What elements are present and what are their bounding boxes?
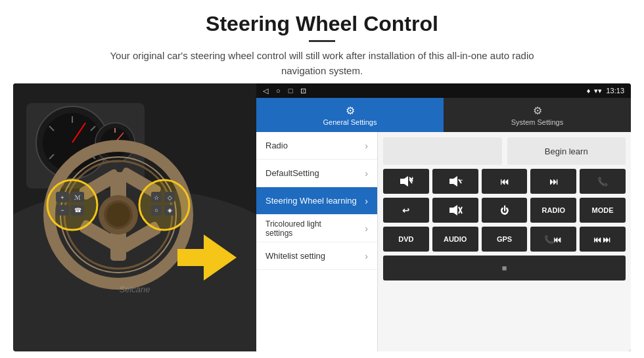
svg-text:+: + <box>411 175 413 182</box>
svg-text:⏮: ⏮ <box>553 235 561 244</box>
svg-text:📞: 📞 <box>544 235 554 244</box>
control-grid-row3: DVD AUDIO GPS 📞⏮ ⏮⏭ <box>383 227 626 252</box>
chevron-right-icon-4: › <box>365 223 368 234</box>
menu-item-steering[interactable]: Steering Wheel learning › <box>256 187 377 215</box>
menu-panel: Radio › DefaultSetting › Steering Wheel … <box>256 132 378 351</box>
android-device: ◁ ○ □ ⊡ ♦ ▾▾ 13:13 ⚙ General Settings <box>256 83 631 351</box>
svg-text:◇: ◇ <box>168 194 172 201</box>
svg-text:−: − <box>60 207 64 213</box>
prev-track-button[interactable]: ⏮ <box>482 169 528 194</box>
svg-marker-49 <box>400 176 408 187</box>
nav-back-icon[interactable]: ◁ <box>263 87 268 95</box>
status-bar: ◁ ○ □ ⊡ ♦ ▾▾ 13:13 <box>256 83 631 98</box>
begin-learn-row: Begin learn <box>383 137 626 165</box>
time-display: 13:13 <box>606 87 624 95</box>
location-icon: ♦ <box>587 87 591 95</box>
audio-button[interactable]: AUDIO <box>432 227 478 252</box>
svg-point-28 <box>106 203 130 227</box>
menu-tricolour-label: Tricoloured lightsettings <box>265 219 321 238</box>
phone-button[interactable]: 📞 <box>580 169 626 194</box>
general-settings-icon: ⚙ <box>346 104 355 117</box>
wifi-icon: ▾▾ <box>594 87 602 95</box>
mode-button[interactable]: MODE <box>580 198 626 223</box>
menu-item-whitelist[interactable]: Whitelist setting › <box>256 242 377 270</box>
svg-text:Seicane: Seicane <box>120 284 150 294</box>
page-container: Steering Wheel Control Your original car… <box>0 0 644 358</box>
gps-button[interactable]: GPS <box>482 227 528 252</box>
svg-point-29 <box>47 180 97 230</box>
right-panel: Begin learn + − ⏮ ⏭ 📞 <box>378 132 631 351</box>
menu-steering-label: Steering Wheel learning <box>265 196 357 206</box>
svg-text:⏭: ⏭ <box>603 235 610 244</box>
empty-slot <box>383 137 502 165</box>
power-button[interactable]: ⏻ <box>482 198 528 223</box>
chevron-right-icon: › <box>365 141 368 151</box>
phone-prev-button[interactable]: 📞⏮ <box>530 227 576 252</box>
svg-point-38 <box>139 180 189 230</box>
hang-up-button[interactable]: ↩ <box>383 198 429 223</box>
last-row: ≡ <box>383 256 626 280</box>
dvd-button[interactable]: DVD <box>383 227 429 252</box>
svg-text:−: − <box>459 177 463 183</box>
system-settings-icon: ⚙ <box>533 104 542 117</box>
content-area: ! <box>0 83 644 358</box>
tab-system[interactable]: ⚙ System Settings <box>444 98 631 132</box>
nav-home-icon[interactable]: ○ <box>276 87 281 95</box>
tab-system-label: System Settings <box>511 118 563 126</box>
vol-up-button[interactable]: + <box>383 169 429 194</box>
svg-text:☎: ☎ <box>74 207 81 213</box>
tab-general[interactable]: ⚙ General Settings <box>256 98 444 132</box>
menu-whitelist-label: Whitelist setting <box>265 251 325 261</box>
menu-item-radio[interactable]: Radio › <box>256 132 377 160</box>
tab-general-label: General Settings <box>323 118 377 126</box>
svg-text:☆: ☆ <box>154 194 159 201</box>
begin-learn-button[interactable]: Begin learn <box>507 137 626 165</box>
svg-text:◈: ◈ <box>168 207 172 213</box>
chevron-right-icon-3: › <box>365 196 368 206</box>
svg-text:⏮: ⏮ <box>593 235 601 244</box>
svg-text:ℳ: ℳ <box>74 194 81 201</box>
menu-default-label: DefaultSetting <box>265 168 319 178</box>
menu-radio-label: Radio <box>265 141 288 150</box>
control-grid-row1: + − ⏮ ⏭ 📞 <box>383 169 626 194</box>
menu-item-default[interactable]: DefaultSetting › <box>256 160 377 187</box>
nav-dot-icon[interactable]: ⊡ <box>300 87 306 95</box>
svg-text:○: ○ <box>154 207 158 213</box>
next-track-button[interactable]: ⏭ <box>530 169 576 194</box>
chevron-right-icon-5: › <box>365 251 368 261</box>
settings-main: Radio › DefaultSetting › Steering Wheel … <box>256 132 631 351</box>
radio-button[interactable]: RADIO <box>530 198 576 223</box>
car-scene-svg: ! <box>13 83 256 297</box>
seek-button[interactable]: ⏮⏭ <box>580 227 626 252</box>
nav-square-icon[interactable]: □ <box>288 87 293 95</box>
svg-marker-53 <box>449 176 457 187</box>
menu-button[interactable]: ≡ <box>383 256 626 280</box>
svg-marker-56 <box>449 205 457 215</box>
control-grid-row2: ↩ ⏻ RADIO MODE <box>383 198 626 223</box>
mute-button[interactable] <box>432 198 478 223</box>
chevron-right-icon-2: › <box>365 168 368 179</box>
header-section: Steering Wheel Control Your original car… <box>0 0 644 83</box>
settings-tabs: ⚙ General Settings ⚙ System Settings <box>256 98 631 132</box>
svg-text:+: + <box>60 194 64 201</box>
title-divider <box>309 40 335 42</box>
page-title: Steering Wheel Control <box>13 12 631 36</box>
status-bar-right: ♦ ▾▾ 13:13 <box>587 87 624 95</box>
status-bar-left: ◁ ○ □ ⊡ <box>263 87 306 95</box>
car-image-section: ! <box>13 83 256 351</box>
page-subtitle: Your original car's steering wheel contr… <box>92 49 552 78</box>
menu-item-tricolour[interactable]: Tricoloured lightsettings › <box>256 215 377 242</box>
vol-down-button[interactable]: − <box>432 169 478 194</box>
